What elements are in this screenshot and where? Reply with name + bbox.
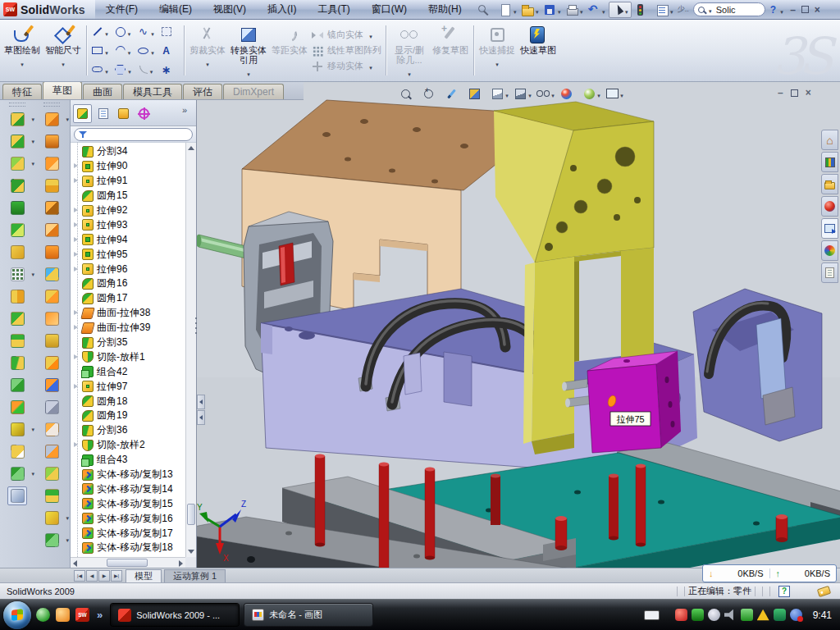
feature-tool-button[interactable] [7, 464, 27, 483]
view-tool-button[interactable] [536, 86, 556, 101]
expand-arrow-icon[interactable] [73, 177, 80, 185]
tray-icon[interactable] [757, 609, 769, 621]
convert-entities-button[interactable]: 转换实体引用 [228, 21, 269, 80]
surface-tool-button[interactable] [42, 154, 62, 173]
scroll-thumb[interactable] [187, 504, 195, 525]
feature-tool-button[interactable] [7, 243, 27, 262]
sketch-entity-button[interactable] [158, 41, 181, 60]
tray-icon[interactable] [724, 609, 737, 621]
tree-item[interactable]: 实体-移动/复制17 [71, 526, 185, 541]
toolbar-button[interactable] [609, 2, 632, 18]
ribbon-tab[interactable]: 评估 [183, 84, 222, 99]
menu-item[interactable]: 帮助(H) [418, 0, 472, 19]
minimize-button[interactable]: – [790, 4, 796, 16]
scroll-up-icon[interactable] [188, 146, 194, 150]
toolbar-button[interactable] [655, 2, 676, 18]
tree-item[interactable]: 切除-放样1 [71, 349, 185, 364]
expand-arrow-icon[interactable] [73, 162, 80, 170]
panel-tab[interactable] [114, 104, 133, 123]
tree-item[interactable]: 拉伸93 [71, 217, 185, 232]
chevron-down-icon[interactable] [103, 25, 110, 39]
toolbar-button[interactable] [498, 2, 519, 18]
chevron-down-icon[interactable] [623, 2, 630, 17]
net-speed-overlay[interactable]: ↓ 0KB/S ↑ 0KB/S [702, 564, 837, 582]
tray-icon[interactable] [692, 609, 704, 621]
feature-tool-button[interactable] [7, 442, 27, 461]
view-tool-button[interactable] [468, 86, 487, 101]
chevron-down-icon[interactable] [596, 86, 602, 101]
feature-tool-button[interactable] [7, 331, 27, 350]
tray-icon[interactable] [675, 609, 687, 621]
collapse-left-icon[interactable] [197, 410, 205, 425]
chevron-down-icon[interactable] [534, 2, 541, 17]
expand-arrow-icon[interactable] [73, 324, 80, 331]
toolbar-overflow[interactable]: 少.. [676, 4, 691, 15]
menu-item[interactable]: 编辑(E) [148, 0, 203, 19]
expand-arrow-icon[interactable] [73, 266, 80, 273]
sketch-entity-button[interactable] [135, 60, 158, 79]
graphics-viewport[interactable]: 拉伸75 Y Z X [197, 82, 840, 568]
surface-tool-button[interactable] [42, 509, 62, 527]
tree-item[interactable]: 分割35 [71, 336, 185, 350]
tree-item[interactable]: 分割36 [71, 423, 185, 438]
surface-tool-button[interactable] [42, 287, 62, 306]
toolbar-grip[interactable] [43, 103, 60, 107]
start-button[interactable] [3, 601, 31, 629]
sketch-entity-button[interactable] [89, 41, 112, 60]
feature-tool-button[interactable] [7, 199, 27, 217]
ribbon-tab[interactable]: 特征 [2, 84, 42, 99]
expand-arrow-icon[interactable] [73, 221, 80, 229]
tree-item[interactable]: 拉伸91 [71, 174, 185, 189]
input-method-icon[interactable] [644, 610, 660, 620]
chevron-down-icon[interactable] [126, 25, 133, 39]
model-tab[interactable]: 运动算例 1 [164, 569, 226, 582]
chevron-down-icon[interactable] [148, 62, 155, 77]
tree-item[interactable]: 拉伸92 [71, 203, 185, 218]
tree-item[interactable]: 拉伸95 [71, 247, 185, 262]
sketch-entity-button[interactable] [158, 60, 181, 79]
chevron-down-icon[interactable] [578, 2, 585, 17]
panel-tab[interactable] [73, 104, 92, 123]
expand-arrow-icon[interactable] [73, 441, 80, 449]
task-pane-tab[interactable] [821, 152, 838, 172]
chevron-down-icon[interactable] [103, 62, 110, 77]
menu-item[interactable]: 插入(I) [257, 0, 307, 19]
toolbar-button[interactable] [564, 2, 586, 18]
tree-item[interactable]: 组合43 [71, 453, 185, 468]
chevron-down-icon[interactable] [527, 86, 533, 101]
view-tool-button[interactable] [559, 86, 579, 101]
view-tool-button[interactable] [399, 86, 418, 101]
tree-item[interactable]: 圆角19 [71, 409, 185, 423]
feature-tool-button[interactable] [7, 486, 27, 505]
chevron-down-icon[interactable] [103, 43, 110, 58]
tree-item[interactable]: 组合42 [71, 364, 185, 379]
scroll-down-icon[interactable] [188, 550, 194, 554]
chevron-down-icon[interactable] [504, 86, 510, 101]
smart-dimension-button[interactable]: 智能尺寸 [43, 21, 84, 80]
view-tool-button[interactable] [582, 86, 602, 101]
expand-arrow-icon[interactable] [73, 383, 80, 390]
ribbon-tab[interactable]: 草图 [43, 81, 82, 99]
surface-tool-button[interactable] [42, 354, 62, 372]
doc-close-button[interactable]: × [806, 87, 811, 98]
help-button[interactable]: ? [768, 4, 778, 16]
task-pane-tab[interactable] [821, 174, 838, 194]
tree-item[interactable]: 实体-移动/复制13 [71, 468, 185, 482]
tab-nav-button[interactable]: |◀ [74, 570, 85, 582]
chevron-down-icon[interactable] [778, 2, 785, 17]
chevron-down-icon[interactable] [19, 55, 25, 70]
quick-launch-overflow[interactable]: » [97, 609, 103, 621]
task-pane-tab[interactable] [821, 196, 838, 217]
chevron-down-icon[interactable] [512, 2, 518, 17]
view-tool-button[interactable] [445, 86, 464, 101]
scroll-left-icon[interactable] [73, 560, 77, 567]
toolbar-button[interactable] [632, 2, 654, 18]
tree-item[interactable]: 实体-移动/复制15 [71, 496, 185, 511]
chevron-down-icon[interactable] [245, 65, 252, 80]
rapid-sketch-button[interactable]: 快速草图 [518, 21, 559, 80]
sketch-entity-button[interactable] [135, 22, 158, 41]
quick-launch-icon[interactable] [56, 608, 70, 622]
feature-tool-button[interactable] [7, 110, 27, 129]
feature-tool-button[interactable] [7, 154, 27, 173]
surface-tool-button[interactable] [42, 531, 62, 550]
